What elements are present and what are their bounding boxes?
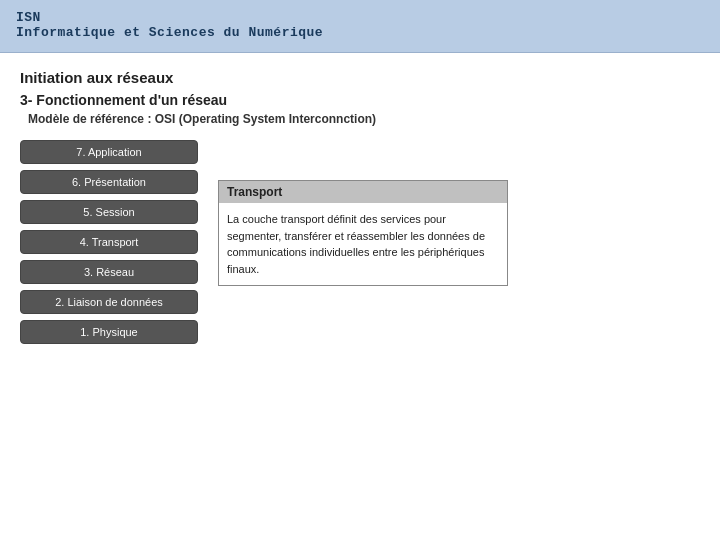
section-title: Initiation aux réseaux (20, 69, 700, 86)
transport-popup: Transport La couche transport définit de… (218, 180, 508, 286)
layers-area: 7. Application6. Présentation5. Session4… (20, 140, 700, 344)
layer-button-6[interactable]: 6. Présentation (20, 170, 198, 194)
subsection-title: 3- Fonctionnement d'un réseau (20, 92, 700, 108)
model-description: Modèle de référence : OSI (Operating Sys… (20, 112, 700, 126)
transport-popup-body: La couche transport définit des services… (219, 203, 507, 285)
layer-button-4[interactable]: 4. Transport (20, 230, 198, 254)
layer-button-1[interactable]: 1. Physique (20, 320, 198, 344)
header-line1: ISN (16, 10, 704, 25)
layer-button-3[interactable]: 3. Réseau (20, 260, 198, 284)
layer-button-5[interactable]: 5. Session (20, 200, 198, 224)
layer-button-2[interactable]: 2. Liaison de données (20, 290, 198, 314)
main-content: Initiation aux réseaux 3- Fonctionnement… (0, 53, 720, 360)
header: ISN Informatique et Sciences du Numériqu… (0, 0, 720, 53)
transport-popup-header: Transport (219, 181, 507, 203)
layer-button-7[interactable]: 7. Application (20, 140, 198, 164)
layers-list: 7. Application6. Présentation5. Session4… (20, 140, 198, 344)
header-line2: Informatique et Sciences du Numérique (16, 25, 704, 40)
